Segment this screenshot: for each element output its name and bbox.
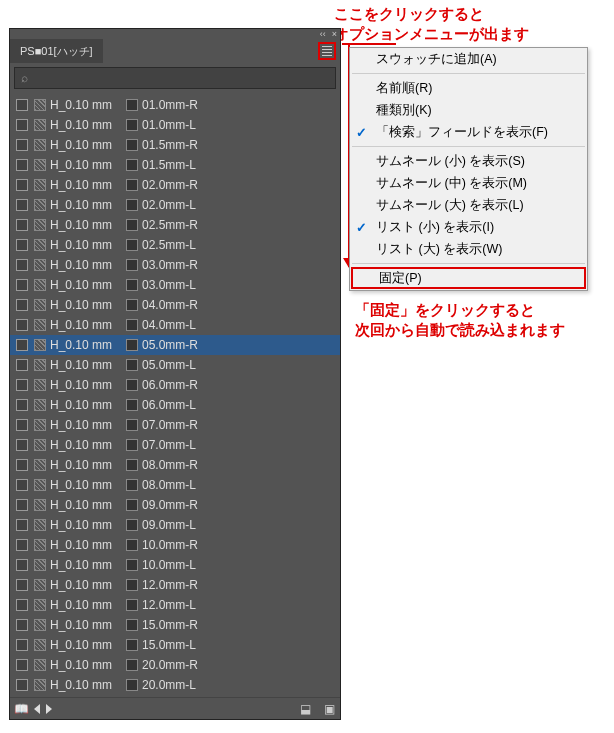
list-item[interactable]: H_0.10 mm10.0mm-R <box>10 535 340 555</box>
swatch-size: 01.5mm-L <box>142 158 196 172</box>
checkbox[interactable] <box>16 459 28 471</box>
list-item[interactable]: H_0.10 mm06.0mm-L <box>10 395 340 415</box>
checkbox[interactable] <box>16 519 28 531</box>
checkbox[interactable] <box>16 379 28 391</box>
checkbox[interactable] <box>16 579 28 591</box>
checkbox[interactable] <box>16 659 28 671</box>
checkbox[interactable] <box>16 99 28 111</box>
swatch-size: 10.0mm-L <box>142 558 196 572</box>
checkbox[interactable] <box>16 559 28 571</box>
checkbox[interactable] <box>16 419 28 431</box>
collapse-icon[interactable]: ‹‹ <box>320 29 326 39</box>
checkbox[interactable] <box>16 499 28 511</box>
list-item[interactable]: H_0.10 mm03.0mm-L <box>10 275 340 295</box>
checkbox[interactable] <box>16 599 28 611</box>
menu-item[interactable]: 名前順(R) <box>350 77 587 99</box>
next-icon[interactable] <box>46 704 52 714</box>
checkbox[interactable] <box>16 279 28 291</box>
list-item[interactable]: H_0.10 mm06.0mm-R <box>10 375 340 395</box>
swatch-name: H_0.10 mm <box>50 158 126 172</box>
list-item[interactable]: H_0.10 mm15.0mm-R <box>10 615 340 635</box>
list-item[interactable]: H_0.10 mm01.0mm-R <box>10 95 340 115</box>
prev-icon[interactable] <box>34 704 40 714</box>
checkbox[interactable] <box>16 679 28 691</box>
swatch-icon <box>34 479 46 491</box>
swatch-icon <box>126 359 138 371</box>
search-input[interactable]: ⌕ <box>14 67 336 89</box>
list-item[interactable]: H_0.10 mm20.0mm-R <box>10 655 340 675</box>
swatch-name: H_0.10 mm <box>50 618 126 632</box>
flyout-menu-button[interactable] <box>318 42 336 60</box>
list-item[interactable]: H_0.10 mm04.0mm-L <box>10 315 340 335</box>
arrow-horizontal <box>342 43 396 45</box>
checkbox[interactable] <box>16 479 28 491</box>
menu-item[interactable]: 固定(P) <box>351 267 586 289</box>
checkbox[interactable] <box>16 159 28 171</box>
tab-bar: PS■01[ハッチ] <box>10 39 340 63</box>
swatch-icon <box>34 619 46 631</box>
list-item[interactable]: H_0.10 mm02.5mm-R <box>10 215 340 235</box>
annotation-top: ここをクリックすると オプションメニューが出ます <box>334 4 529 43</box>
list-item[interactable]: H_0.10 mm01.5mm-L <box>10 155 340 175</box>
checkbox[interactable] <box>16 339 28 351</box>
swatch-icon <box>34 599 46 611</box>
checkbox[interactable] <box>16 639 28 651</box>
checkbox[interactable] <box>16 199 28 211</box>
swatch-name: H_0.10 mm <box>50 398 126 412</box>
menu-item[interactable]: サムネール (大) を表示(L) <box>350 194 587 216</box>
swatch-icon <box>34 279 46 291</box>
list-item[interactable]: H_0.10 mm01.5mm-R <box>10 135 340 155</box>
swatch-size: 02.0mm-R <box>142 178 198 192</box>
list-item[interactable]: H_0.10 mm02.0mm-R <box>10 175 340 195</box>
check-icon: ✓ <box>356 125 367 140</box>
checkbox[interactable] <box>16 239 28 251</box>
checkbox[interactable] <box>16 119 28 131</box>
list-item[interactable]: H_0.10 mm12.0mm-R <box>10 575 340 595</box>
list-item[interactable]: H_0.10 mm02.0mm-L <box>10 195 340 215</box>
swatch-name: H_0.10 mm <box>50 598 126 612</box>
checkbox[interactable] <box>16 179 28 191</box>
list-item[interactable]: H_0.10 mm08.0mm-L <box>10 475 340 495</box>
book-icon[interactable]: 📖 <box>14 702 28 716</box>
checkbox[interactable] <box>16 619 28 631</box>
menu-item[interactable]: ✓リスト (小) を表示(I) <box>350 216 587 238</box>
list-item[interactable]: H_0.10 mm09.0mm-R <box>10 495 340 515</box>
panel-tab[interactable]: PS■01[ハッチ] <box>10 39 103 63</box>
new-swatch-icon[interactable]: ▣ <box>322 702 336 716</box>
list-item[interactable]: H_0.10 mm05.0mm-R <box>10 335 340 355</box>
list-item[interactable]: H_0.10 mm08.0mm-R <box>10 455 340 475</box>
list-item[interactable]: H_0.10 mm07.0mm-L <box>10 435 340 455</box>
menu-item[interactable]: スウォッチに追加(A) <box>350 48 587 70</box>
list-item[interactable]: H_0.10 mm02.5mm-L <box>10 235 340 255</box>
list-item[interactable]: H_0.10 mm20.0mm-L <box>10 675 340 695</box>
checkbox[interactable] <box>16 299 28 311</box>
checkbox[interactable] <box>16 139 28 151</box>
swatch-icon <box>34 519 46 531</box>
add-swatch-icon[interactable]: ⬓ <box>298 702 312 716</box>
menu-item[interactable]: サムネール (小) を表示(S) <box>350 150 587 172</box>
checkbox[interactable] <box>16 359 28 371</box>
list-item[interactable]: H_0.10 mm01.0mm-L <box>10 115 340 135</box>
menu-item[interactable]: 種類別(K) <box>350 99 587 121</box>
list-item[interactable]: H_0.10 mm09.0mm-L <box>10 515 340 535</box>
swatch-name: H_0.10 mm <box>50 418 126 432</box>
list-item[interactable]: H_0.10 mm12.0mm-L <box>10 595 340 615</box>
list-item[interactable]: H_0.10 mm15.0mm-L <box>10 635 340 655</box>
checkbox[interactable] <box>16 259 28 271</box>
swatch-icon <box>126 179 138 191</box>
checkbox[interactable] <box>16 399 28 411</box>
menu-item[interactable]: ✓「検索」フィールドを表示(F) <box>350 121 587 143</box>
checkbox[interactable] <box>16 219 28 231</box>
close-icon[interactable]: × <box>332 29 337 39</box>
menu-item[interactable]: リスト (大) を表示(W) <box>350 238 587 260</box>
list-item[interactable]: H_0.10 mm10.0mm-L <box>10 555 340 575</box>
list-item[interactable]: H_0.10 mm05.0mm-L <box>10 355 340 375</box>
swatch-name: H_0.10 mm <box>50 538 126 552</box>
checkbox[interactable] <box>16 319 28 331</box>
checkbox[interactable] <box>16 539 28 551</box>
list-item[interactable]: H_0.10 mm03.0mm-R <box>10 255 340 275</box>
menu-item[interactable]: サムネール (中) を表示(M) <box>350 172 587 194</box>
checkbox[interactable] <box>16 439 28 451</box>
list-item[interactable]: H_0.10 mm04.0mm-R <box>10 295 340 315</box>
list-item[interactable]: H_0.10 mm07.0mm-R <box>10 415 340 435</box>
